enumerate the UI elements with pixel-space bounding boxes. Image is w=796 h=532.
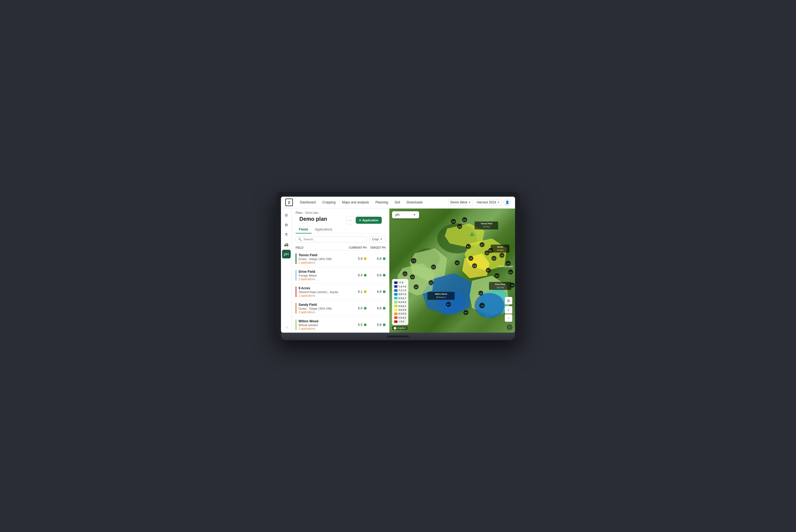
field-target-ph: 6.8 <box>366 290 385 293</box>
svg-text:7.4: 7.4 <box>412 260 415 262</box>
svg-point-9 <box>475 293 505 318</box>
header-current-ph: Current pH <box>345 246 366 249</box>
svg-text:6.7: 6.7 <box>481 244 484 246</box>
current-ph-dot <box>364 257 366 260</box>
field-info: Wilton Wood Wheat (winter) 2 application… <box>299 319 345 330</box>
legend-color-swatch <box>394 309 397 311</box>
legend-item: 5.0-5.2 <box>394 316 406 320</box>
search-icon: 🔍 <box>298 238 302 241</box>
title-row: Demo plan ··· + Application <box>296 216 385 225</box>
svg-text:Tennis Field: Tennis Field <box>481 222 492 225</box>
search-box[interactable]: 🔍 <box>296 236 367 243</box>
svg-text:5.8: 5.8 <box>465 312 467 314</box>
ph-selector-chevron-icon: ▼ <box>413 213 416 216</box>
field-current-ph: 6.4 <box>345 273 366 277</box>
nav-downloads[interactable]: Downloads <box>404 200 425 205</box>
sidebar-item-crop[interactable]: ✿ <box>282 221 291 229</box>
nav-planning[interactable]: Planning <box>373 200 391 205</box>
svg-text:5.8: 5.8 <box>411 276 414 278</box>
nav-soil[interactable]: Soil <box>392 200 403 205</box>
nav-maps[interactable]: Maps and analysis <box>339 200 372 205</box>
mapbox-logo: ⬤ mapbox <box>392 326 408 330</box>
sidebar-collapse-button[interactable]: →| <box>282 324 291 330</box>
legend-item: 6.2-6.4 <box>394 300 406 304</box>
svg-text:5.8: 5.8 <box>511 284 514 286</box>
svg-text:5.8: 5.8 <box>452 221 455 223</box>
field-crop: Oilseed Rape (winter) - Aquila <box>299 290 345 293</box>
field-target-ph: 6.8 <box>366 306 385 310</box>
legend-color-swatch <box>394 293 397 296</box>
field-label-tennis: Tennis Field 3.77 6.2 <box>475 221 498 229</box>
app-logo[interactable]: Z <box>285 198 293 206</box>
field-target-ph: 6.8 <box>366 273 385 277</box>
tab-applications[interactable]: Applications <box>311 226 336 233</box>
target-ph-dot <box>383 307 385 310</box>
harvest-selector[interactable]: Harvest 2024 ▼ <box>475 200 501 205</box>
field-apps: 2 applications <box>299 311 345 314</box>
sidebar-bottom: →| <box>282 324 291 330</box>
add-application-button[interactable]: + Application <box>356 217 382 224</box>
breadcrumb-plans[interactable]: Plans <box>296 211 302 214</box>
user-profile-icon[interactable]: 👤 <box>504 199 511 206</box>
legend-color-swatch <box>394 305 397 307</box>
field-crop: Grass - Silage (30% DM) <box>299 307 345 310</box>
svg-text:5.9: 5.9 <box>489 249 492 251</box>
table-row[interactable]: Drive Field Forage Maize 2 applications … <box>292 267 389 284</box>
field-info: Drive Field Forage Maize 2 applications <box>299 270 345 281</box>
ph-layer-selector[interactable]: pH ▼ <box>392 211 419 218</box>
field-current-ph: 6.5 <box>345 323 366 327</box>
farm-chevron-icon: ▼ <box>469 201 471 204</box>
svg-text:5.6: 5.6 <box>463 219 466 221</box>
fields-list: Tennis Field Grass - Silage (30% DM) 2 a… <box>292 250 389 333</box>
svg-text:Sandy: Sandy <box>497 246 504 248</box>
map-zoom-in-button[interactable]: + <box>505 306 512 314</box>
svg-text:23.11 ha: 23.11 ha <box>497 286 504 288</box>
svg-text:6.4: 6.4 <box>479 292 482 294</box>
field-crop: Forage Maize <box>299 274 345 277</box>
current-ph-dot <box>364 290 366 293</box>
legend-item: 5.3-5.5 <box>394 312 406 316</box>
nav-cropping[interactable]: Cropping <box>320 200 338 205</box>
field-target-ph: 6.8 <box>366 323 385 327</box>
svg-text:5.9: 5.9 <box>486 252 489 254</box>
tab-fields[interactable]: Fields <box>296 226 311 233</box>
svg-text:6.4: 6.4 <box>404 273 406 275</box>
legend-item: >7.6 <box>394 281 406 284</box>
harvest-chevron-icon: ▼ <box>497 201 499 204</box>
breadcrumb-separator: › <box>303 211 304 214</box>
top-navigation: Z Dashboard Cropping Maps and analysis P… <box>281 197 515 209</box>
field-label-wilton: Wilton Wood 46.75 ha 7.4 <box>427 292 455 300</box>
sidebar-item-layers[interactable]: ⊞ <box>282 211 291 220</box>
crop-filter-dropdown[interactable]: Crop ▼ <box>369 236 385 243</box>
legend-item: 7.4-7.6 <box>394 285 406 288</box>
legend-item: < 5.0 <box>394 320 406 323</box>
sidebar-item-analytics[interactable]: ⚗ <box>282 230 291 239</box>
svg-text:5.9: 5.9 <box>501 254 504 256</box>
nav-right: Demo West ▼ Harvest 2024 ▼ 👤 <box>449 199 511 206</box>
nav-dashboard[interactable]: Dashboard <box>297 200 319 205</box>
legend-item: 6.5-6.7 <box>394 296 406 300</box>
map-settings-button[interactable]: ⚙ <box>505 297 512 304</box>
legend-color-swatch <box>394 297 397 299</box>
more-options-button[interactable]: ··· <box>346 216 354 224</box>
sidebar-item-ph[interactable]: pH <box>282 250 291 259</box>
ph-legend: >7.6 7.4-7.6 7.1-7.3 6.8-7.0 <box>392 279 408 325</box>
field-label-drive: Drive Field 23.11 ha <box>489 282 512 289</box>
table-row[interactable]: Sandy Field Grass - Silage (30% DM) 2 ap… <box>292 300 389 317</box>
svg-text:7.4: 7.4 <box>481 305 484 307</box>
map-zoom-out-button[interactable]: − <box>505 314 512 322</box>
sidebar-item-vehicle[interactable]: 🚜 <box>282 240 291 249</box>
field-name: Tennis Field <box>299 253 345 257</box>
table-row[interactable]: 9 Acres Oilseed Rape (winter) - Aquila 2… <box>292 284 389 300</box>
field-current-ph: 5.9 <box>345 257 366 261</box>
map-controls: ⚙ + − <box>505 297 512 322</box>
svg-text:Drive Field: Drive Field <box>495 283 505 285</box>
table-row[interactable]: Tennis Field Grass - Silage (30% DM) 2 a… <box>292 250 389 267</box>
farm-selector[interactable]: Demo West ▼ <box>449 200 473 205</box>
table-row[interactable]: Wilton Wood Wheat (winter) 2 application… <box>292 317 389 333</box>
svg-text:Wilton Wood: Wilton Wood <box>435 293 447 295</box>
target-ph-dot <box>383 274 385 277</box>
search-input[interactable] <box>303 238 364 241</box>
field-info: Tennis Field Grass - Silage (30% DM) 2 a… <box>299 253 345 264</box>
field-label-harding: Harding Copse <box>499 265 513 267</box>
